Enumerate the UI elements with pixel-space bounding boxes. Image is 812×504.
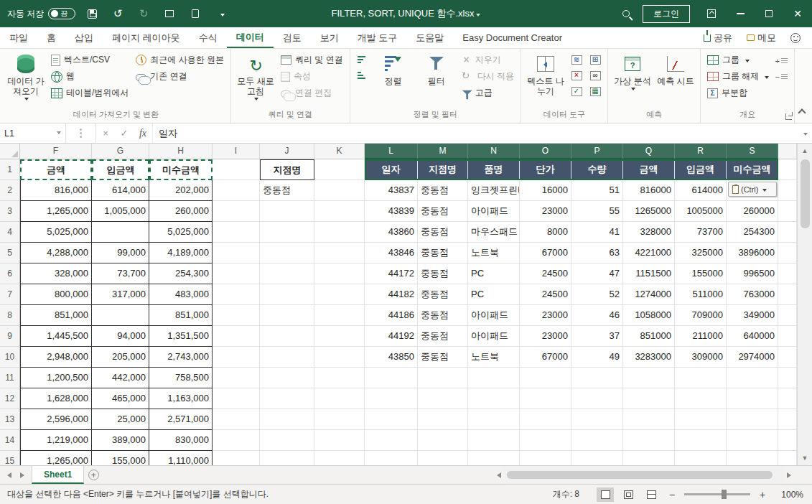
- tab-developer[interactable]: 개발 도구: [348, 27, 407, 48]
- cell-L13[interactable]: [365, 409, 418, 430]
- cell-F5[interactable]: 4,288,000: [20, 243, 92, 263]
- clear-filter-button[interactable]: ×지우기: [459, 52, 517, 68]
- cell-F12[interactable]: 1,628,000: [20, 388, 92, 409]
- feedback-button[interactable]: [785, 32, 806, 45]
- what-if-analysis-button[interactable]: ? 가상 분석: [612, 52, 653, 103]
- cell-H13[interactable]: 2,571,000: [149, 409, 213, 430]
- cell-G8[interactable]: [92, 305, 149, 326]
- text-to-columns-button[interactable]: 텍스트 나누기: [525, 52, 566, 103]
- zoom-slider-thumb[interactable]: [722, 490, 727, 499]
- add-sheet-button[interactable]: +: [84, 466, 103, 484]
- cell-T6[interactable]: [778, 263, 797, 284]
- cell-F8[interactable]: 851,000: [20, 305, 92, 326]
- sort-descending-button[interactable]: [354, 67, 371, 83]
- cell-T4[interactable]: [778, 222, 797, 243]
- cell-M8[interactable]: 중동점: [418, 305, 468, 326]
- cell-Q7[interactable]: 1274000: [623, 284, 675, 305]
- cell-L10[interactable]: 43850: [365, 347, 418, 368]
- column-header-Q[interactable]: Q: [623, 144, 675, 159]
- show-detail-button[interactable]: +: [773, 53, 790, 69]
- cell-O7[interactable]: 24500: [520, 284, 571, 305]
- cell-M1[interactable]: 지점명: [418, 159, 468, 180]
- cell-O14[interactable]: [520, 430, 571, 451]
- cell-M14[interactable]: [418, 430, 468, 451]
- cell-J15[interactable]: [260, 451, 314, 465]
- cell-K9[interactable]: [314, 326, 365, 347]
- data-validation-button[interactable]: ✓: [568, 83, 585, 99]
- cell-T3[interactable]: [778, 201, 797, 222]
- cell-G5[interactable]: 99,000: [92, 243, 149, 263]
- flash-fill-button[interactable]: ≋: [568, 52, 585, 67]
- cell-O8[interactable]: 23000: [520, 305, 571, 326]
- cell-L4[interactable]: 43860: [365, 222, 418, 243]
- hscroll-right-icon[interactable]: [784, 466, 797, 484]
- cell-Q10[interactable]: 3283000: [623, 347, 675, 368]
- page-break-view-button[interactable]: [643, 487, 660, 502]
- get-data-button[interactable]: 데이터 가져오기: [5, 52, 47, 103]
- column-header-H[interactable]: H: [149, 144, 213, 159]
- cell-R11[interactable]: [675, 368, 727, 388]
- row-header-2[interactable]: 2: [0, 180, 20, 201]
- cell-I4[interactable]: [213, 222, 260, 243]
- cell-P12[interactable]: [571, 388, 623, 409]
- cell-S4[interactable]: 254300: [727, 222, 778, 243]
- sheet-nav-right-icon[interactable]: [16, 466, 32, 484]
- cell-M6[interactable]: 중동점: [418, 263, 468, 284]
- cell-H4[interactable]: 5,025,000: [149, 222, 213, 243]
- column-header-I[interactable]: I: [213, 144, 260, 159]
- cell-F15[interactable]: 1,265,000: [20, 451, 92, 465]
- cell-R2[interactable]: 614000: [675, 180, 727, 201]
- cell-R8[interactable]: 709000: [675, 305, 727, 326]
- cell-K14[interactable]: [314, 430, 365, 451]
- cell-G2[interactable]: 614,000: [92, 180, 149, 201]
- cell-I7[interactable]: [213, 284, 260, 305]
- cell-G7[interactable]: 317,000: [92, 284, 149, 305]
- column-header-R[interactable]: R: [675, 144, 727, 159]
- subtotal-button[interactable]: Σ부분합: [704, 85, 772, 101]
- cell-O15[interactable]: [520, 451, 571, 465]
- outline-dialog-launcher-icon[interactable]: [785, 113, 792, 120]
- hide-detail-button[interactable]: −: [773, 69, 790, 85]
- cell-J6[interactable]: [260, 263, 314, 284]
- row-header-7[interactable]: 7: [0, 284, 20, 305]
- qat-window-button[interactable]: [160, 3, 179, 24]
- cell-N5[interactable]: 노트북: [468, 243, 520, 263]
- cell-T12[interactable]: [778, 388, 797, 409]
- cell-J2[interactable]: 중동점: [260, 180, 314, 201]
- cell-F3[interactable]: 1,265,000: [20, 201, 92, 222]
- normal-view-button[interactable]: [597, 487, 614, 502]
- redo-button[interactable]: ↻: [134, 3, 153, 24]
- tab-data[interactable]: 데이터: [227, 27, 274, 48]
- cell-J13[interactable]: [260, 409, 314, 430]
- autosave-toggle[interactable]: 끔: [48, 8, 75, 19]
- vscroll-thumb[interactable]: [801, 159, 810, 228]
- cell-G6[interactable]: 73,700: [92, 263, 149, 284]
- cell-L6[interactable]: 44172: [365, 263, 418, 284]
- cell-H12[interactable]: 1,163,000: [149, 388, 213, 409]
- cell-L9[interactable]: 44192: [365, 326, 418, 347]
- autosave-control[interactable]: 자동 저장 끔: [7, 8, 75, 20]
- cell-M7[interactable]: 중동점: [418, 284, 468, 305]
- cell-O9[interactable]: 23000: [520, 326, 571, 347]
- cell-P1[interactable]: 수량: [571, 159, 623, 180]
- cell-K8[interactable]: [314, 305, 365, 326]
- cell-K13[interactable]: [314, 409, 365, 430]
- cell-M12[interactable]: [418, 388, 468, 409]
- row-header-9[interactable]: 9: [0, 326, 20, 347]
- cell-T7[interactable]: [778, 284, 797, 305]
- cell-R9[interactable]: 211000: [675, 326, 727, 347]
- cell-P15[interactable]: [571, 451, 623, 465]
- scroll-up-icon[interactable]: ▲: [798, 144, 812, 158]
- cell-R1[interactable]: 입금액: [675, 159, 727, 180]
- cell-F10[interactable]: 2,948,000: [20, 347, 92, 368]
- search-button[interactable]: [617, 3, 635, 24]
- cell-Q1[interactable]: 금액: [623, 159, 675, 180]
- expand-formula-bar-icon[interactable]: [796, 123, 812, 143]
- cell-K15[interactable]: [314, 451, 365, 465]
- tab-review[interactable]: 검토: [274, 27, 311, 48]
- cell-I5[interactable]: [213, 243, 260, 263]
- cell-O12[interactable]: [520, 388, 571, 409]
- cell-L8[interactable]: 44186: [365, 305, 418, 326]
- cell-T15[interactable]: [778, 451, 797, 465]
- cell-N12[interactable]: [468, 388, 520, 409]
